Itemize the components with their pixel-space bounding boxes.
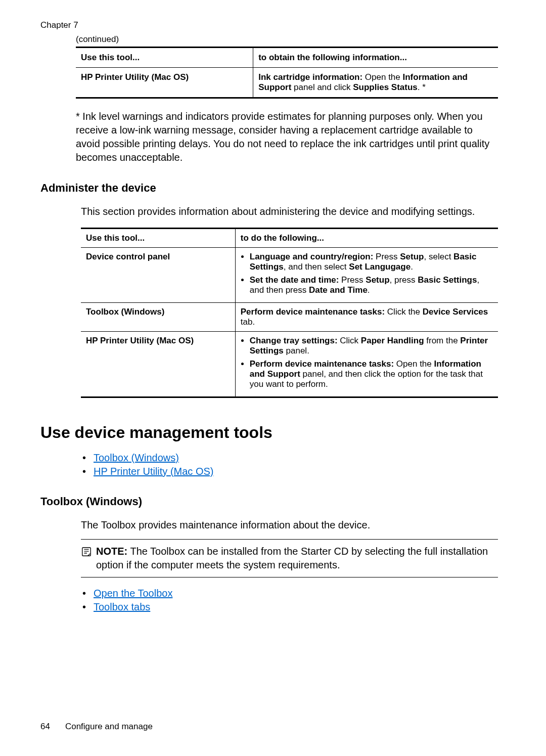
page-number: 64 <box>40 722 50 732</box>
text: Perform device maintenance tasks: <box>250 359 394 369</box>
row-tool: Toolbox (Windows) <box>81 303 235 332</box>
open-toolbox-link[interactable]: Open the Toolbox <box>94 588 172 599</box>
table1-row-info: Ink cartridge information: Open the Info… <box>253 68 498 98</box>
text: Change tray settings: <box>250 336 338 345</box>
toolbox-heading: Toolbox (Windows) <box>40 495 498 508</box>
table2-header-right: to do the following... <box>235 229 498 248</box>
toolbox-intro: The Toolbox provides maintenance informa… <box>81 518 498 532</box>
row-actions: Perform device maintenance tasks: Click … <box>235 303 498 332</box>
text: Paper Handling <box>361 336 424 345</box>
text: , select <box>424 252 454 261</box>
administer-heading: Administer the device <box>40 182 498 195</box>
text: Press <box>373 252 400 261</box>
row-actions: Language and country/region: Press Setup… <box>235 248 498 303</box>
continued-label: (continued) <box>76 34 498 45</box>
note-label: NOTE: <box>96 546 127 557</box>
text: Basic Settings <box>418 275 477 285</box>
note-box: NOTE: The Toolbox can be installed from … <box>81 539 498 577</box>
row-tool: Device control panel <box>81 248 235 303</box>
text: Date and Time <box>309 285 368 295</box>
management-tools-heading: Use device management tools <box>40 423 498 442</box>
note-icon <box>81 546 92 557</box>
list-item: Change tray settings: Click Paper Handli… <box>250 336 493 356</box>
text: Ink cartridge information: <box>258 72 362 82</box>
text: Click the <box>385 307 423 317</box>
toolbox-windows-link[interactable]: Toolbox (Windows) <box>94 452 179 463</box>
table1-header-right: to obtain the following information... <box>253 48 498 68</box>
list-item: Set the date and time: Press Setup, pres… <box>250 275 493 295</box>
text: . <box>368 285 370 295</box>
table2-header-left: Use this tool... <box>81 229 235 248</box>
list-item: HP Printer Utility (Mac OS) <box>94 466 498 477</box>
chapter-label: Chapter 7 <box>40 20 498 30</box>
toolbox-sublinks: Open the Toolbox Toolbox tabs <box>81 588 498 613</box>
text: Set Langugage <box>349 262 411 272</box>
table1-header-left: Use this tool... <box>76 48 253 68</box>
administer-table: Use this tool... to do the following... … <box>81 228 498 398</box>
text: from the <box>424 336 461 345</box>
list-item: Language and country/region: Press Setup… <box>250 252 493 272</box>
text: Setup <box>366 275 389 285</box>
page-content: Chapter 7 (continued) Use this tool... t… <box>0 0 546 643</box>
text: panel. <box>284 346 309 355</box>
text: Set the date and time: <box>250 275 339 285</box>
text: Open the <box>394 359 434 369</box>
row-tool: HP Printer Utility (Mac OS) <box>81 332 235 397</box>
list-item: Perform device maintenance tasks: Open t… <box>250 359 493 389</box>
hp-printer-utility-link[interactable]: HP Printer Utility (Mac OS) <box>94 466 213 477</box>
text: Open the <box>362 72 402 82</box>
text: Supplies Status <box>353 82 418 92</box>
row-actions: Change tray settings: Click Paper Handli… <box>235 332 498 397</box>
text: Setup <box>400 252 424 261</box>
management-tools-links: Toolbox (Windows) HP Printer Utility (Ma… <box>81 452 498 477</box>
text: panel and click <box>291 82 353 92</box>
list-item: Toolbox (Windows) <box>94 452 498 464</box>
text: Device Services <box>423 307 488 317</box>
footer-section: Configure and manage <box>65 722 153 732</box>
list-item: Toolbox tabs <box>94 601 498 613</box>
text: . <box>411 262 413 272</box>
tool-info-table: Use this tool... to obtain the following… <box>76 47 498 99</box>
text: . * <box>418 82 426 92</box>
ink-footnote: * Ink level warnings and indicators prov… <box>76 110 498 164</box>
list-item: Open the Toolbox <box>94 588 498 599</box>
text: Language and country/region: <box>250 252 374 261</box>
text: tab. <box>241 317 255 327</box>
note-text: The Toolbox can be installed from the St… <box>96 546 488 570</box>
toolbox-tabs-link[interactable]: Toolbox tabs <box>94 601 150 612</box>
page-footer: 64 Configure and manage <box>40 722 153 732</box>
table1-row-tool: HP Printer Utility (Mac OS) <box>76 68 253 98</box>
text: Perform device maintenance tasks: <box>241 307 385 317</box>
administer-intro: This section provides information about … <box>81 205 498 218</box>
text: Press <box>339 275 366 285</box>
text: , press <box>390 275 418 285</box>
text: , and then select <box>284 262 349 272</box>
text: Click <box>338 336 361 345</box>
note-content: NOTE: The Toolbox can be installed from … <box>96 545 498 572</box>
